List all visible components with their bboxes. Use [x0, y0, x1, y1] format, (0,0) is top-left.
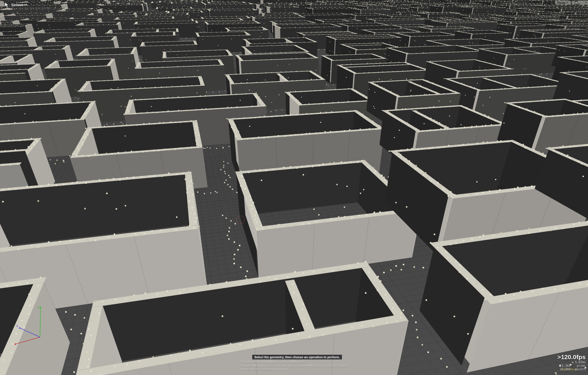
points-label: points	[574, 368, 586, 371]
z-axis-arrowhead	[19, 327, 20, 329]
prims-label: prims	[574, 364, 586, 368]
active-tool-indicator: Select	[4, 2, 23, 8]
active-tool-label: Select	[11, 3, 23, 7]
z-axis-label: z	[16, 324, 18, 327]
viewport-3d[interactable]	[0, 0, 588, 375]
chevron-down-icon	[567, 2, 568, 3]
modo-3d-viewport-window: { "ui": { "tool": { "label": "Select" },…	[0, 0, 588, 375]
z-axis-line	[20, 328, 40, 337]
frame-time: 5.07ms	[575, 360, 586, 364]
help-overlay: Select the geometry, then choose an oper…	[241, 354, 359, 371]
projection-dropdown[interactable]: Persp	[555, 1, 571, 5]
help-overlay-title: Select the geometry, then choose an oper…	[252, 355, 342, 359]
y-axis-arrowhead	[40, 306, 41, 308]
help-overlay-line: Double-LMB click to select an edge loop …	[241, 364, 359, 368]
axis-gizmo: y z	[9, 304, 47, 348]
projection-label: Persp	[557, 1, 566, 4]
help-overlay-line: Hold <not set> to select by flood fill.	[241, 368, 359, 371]
camera-label: No cam	[574, 0, 584, 6]
y-axis-line	[40, 307, 41, 337]
x-axis-line	[15, 337, 40, 344]
x-axis-arrowhead	[15, 344, 16, 345]
camera-dropdown[interactable]: No cam	[572, 1, 588, 5]
fps-counter: >120.0fps	[557, 354, 586, 360]
prims-count-row: 23,369prims	[560, 364, 586, 368]
points-value: 23,369	[560, 368, 570, 371]
performance-stats: >120.0fps 5.07ms 23,369prims 23,369point…	[557, 354, 586, 371]
y-axis-label: y	[38, 305, 39, 309]
prims-value: 23,369	[560, 364, 570, 367]
mouse-cursor-icon	[4, 2, 9, 8]
brush-cursor	[236, 215, 245, 224]
points-count-row: 23,369points	[560, 368, 586, 371]
chevron-down-icon	[585, 2, 587, 3]
help-overlay-line: Hold A to select full (MMB) or partial (…	[241, 360, 359, 364]
perf-indicator-dot	[572, 361, 574, 363]
